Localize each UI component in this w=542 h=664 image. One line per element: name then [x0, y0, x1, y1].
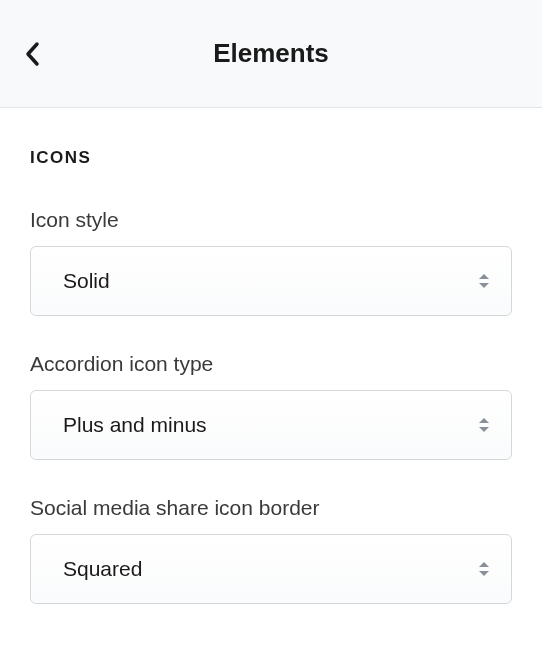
social-media-border-select-wrapper: Squared — [30, 534, 512, 604]
social-media-border-label: Social media share icon border — [30, 496, 512, 520]
icon-style-value: Solid — [63, 269, 110, 293]
back-button[interactable] — [24, 40, 42, 68]
field-accordion-icon-type: Accordion icon type Plus and minus — [30, 352, 512, 460]
icon-style-label: Icon style — [30, 208, 512, 232]
icon-style-select-wrapper: Solid — [30, 246, 512, 316]
field-social-media-border: Social media share icon border Squared — [30, 496, 512, 604]
content: ICONS Icon style Solid Accordion icon ty… — [0, 108, 542, 664]
header: Elements — [0, 0, 542, 108]
accordion-icon-type-select[interactable]: Plus and minus — [30, 390, 512, 460]
accordion-icon-type-label: Accordion icon type — [30, 352, 512, 376]
icon-style-select[interactable]: Solid — [30, 246, 512, 316]
accordion-icon-type-select-wrapper: Plus and minus — [30, 390, 512, 460]
field-icon-style: Icon style Solid — [30, 208, 512, 316]
page-title: Elements — [24, 38, 518, 69]
accordion-icon-type-value: Plus and minus — [63, 413, 207, 437]
section-title: ICONS — [30, 148, 512, 168]
social-media-border-select[interactable]: Squared — [30, 534, 512, 604]
social-media-border-value: Squared — [63, 557, 142, 581]
chevron-left-icon — [24, 40, 42, 68]
